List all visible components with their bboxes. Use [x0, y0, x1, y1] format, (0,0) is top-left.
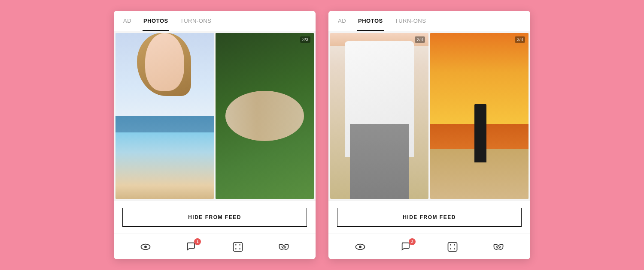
dice-icon-1[interactable] — [230, 239, 246, 255]
hide-from-feed-button-1[interactable]: HIDE FROM FEED — [122, 208, 307, 227]
svg-point-1 — [144, 246, 147, 248]
tab-ad-1[interactable]: AD — [122, 11, 132, 31]
svg-point-6 — [239, 248, 240, 249]
photo-badge-right-2: 3/3 — [515, 36, 525, 43]
tab-turnons-1[interactable]: TURN-ONS — [179, 11, 213, 31]
phone-card-2: AD PHOTOS TURN-ONS 2/3 3/3 HIDE FROM FEE… — [328, 11, 530, 259]
photo-left-1[interactable] — [115, 33, 214, 199]
dice-icon-2[interactable] — [445, 239, 460, 255]
chat-icon-2[interactable]: 2 — [398, 239, 414, 255]
lying-figure-1 — [225, 91, 304, 141]
eye-icon-1[interactable] — [138, 239, 153, 255]
bottom-nav-1: 1 — [114, 234, 316, 259]
chat-badge-1: 1 — [194, 238, 201, 245]
woman-head-1 — [145, 33, 185, 91]
photo-badge-right-1: 3/3 — [300, 36, 310, 43]
man-pants-2 — [350, 124, 409, 199]
svg-point-11 — [454, 244, 455, 245]
sunset-person-2 — [474, 104, 486, 162]
chat-badge-2: 2 — [409, 238, 416, 245]
hide-from-feed-button-2[interactable]: HIDE FROM FEED — [337, 208, 522, 227]
svg-point-8 — [359, 246, 361, 248]
photo-right-1[interactable]: 3/3 — [216, 33, 314, 199]
photo-left-2[interactable]: 2/3 — [330, 33, 428, 199]
photo-badge-left-2: 2/3 — [415, 36, 425, 43]
phone-card-1: AD PHOTOS TURN-ONS 3/3 HIDE FROM FEED 1 — [114, 11, 316, 259]
tab-photos-1[interactable]: PHOTOS — [143, 11, 169, 31]
svg-point-5 — [235, 248, 237, 249]
svg-rect-2 — [233, 242, 242, 251]
beach-bg-1 — [115, 132, 214, 199]
mask-icon-1[interactable] — [276, 239, 292, 255]
eye-icon-2[interactable] — [352, 239, 368, 255]
photos-grid-2: 2/3 3/3 — [328, 31, 530, 201]
tab-turnons-2[interactable]: TURN-ONS — [394, 11, 427, 31]
tab-bar-1: AD PHOTOS TURN-ONS — [114, 11, 316, 31]
svg-point-3 — [235, 244, 237, 245]
svg-point-12 — [450, 248, 451, 249]
svg-point-13 — [454, 248, 455, 249]
hide-feed-section-2: HIDE FROM FEED — [328, 201, 530, 234]
tab-bar-2: AD PHOTOS TURN-ONS — [328, 11, 530, 31]
svg-point-4 — [239, 244, 240, 245]
hide-feed-section-1: HIDE FROM FEED — [114, 201, 316, 234]
tab-photos-2[interactable]: PHOTOS — [357, 11, 384, 31]
bottom-nav-2: 2 — [328, 234, 530, 259]
svg-rect-9 — [448, 242, 457, 251]
photos-grid-1: 3/3 — [114, 31, 316, 201]
svg-point-10 — [450, 244, 451, 245]
mask-icon-2[interactable] — [491, 239, 506, 255]
chat-icon-1[interactable]: 1 — [184, 239, 199, 255]
tab-ad-2[interactable]: AD — [337, 11, 347, 31]
photo-right-2[interactable]: 3/3 — [430, 33, 529, 199]
